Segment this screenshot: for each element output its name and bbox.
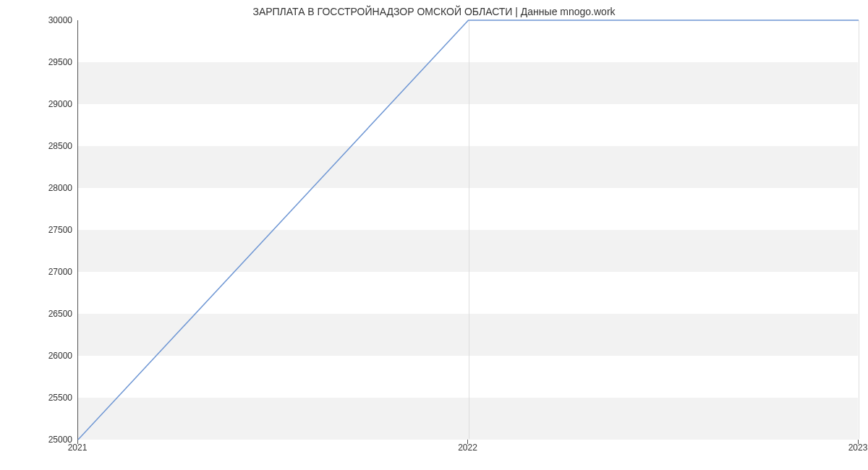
y-tick-label: 30000	[14, 15, 72, 25]
y-tick-label: 27500	[14, 225, 72, 235]
chart-title: ЗАРПЛАТА В ГОССТРОЙНАДЗОР ОМСКОЙ ОБЛАСТИ…	[0, 6, 868, 17]
x-grid-line	[859, 20, 859, 439]
x-tick-mark	[467, 440, 468, 444]
y-tick-label: 25000	[14, 435, 72, 445]
line-layer	[78, 20, 858, 439]
y-tick-label: 26500	[14, 309, 72, 319]
y-tick-label: 27000	[14, 267, 72, 277]
x-tick-label: 2022	[458, 443, 477, 453]
x-tick-label: 2023	[848, 443, 868, 453]
y-tick-label: 26000	[14, 351, 72, 361]
y-tick-label: 29500	[14, 57, 72, 67]
y-tick-label: 25500	[14, 393, 72, 403]
x-tick-label: 2021	[68, 443, 88, 453]
y-tick-label: 28500	[14, 141, 72, 151]
data-line	[78, 20, 859, 440]
plot-area	[77, 20, 858, 440]
y-tick-label: 29000	[14, 99, 72, 109]
x-tick-mark	[858, 440, 859, 444]
y-tick-label: 28000	[14, 183, 72, 193]
x-tick-mark	[77, 440, 78, 444]
